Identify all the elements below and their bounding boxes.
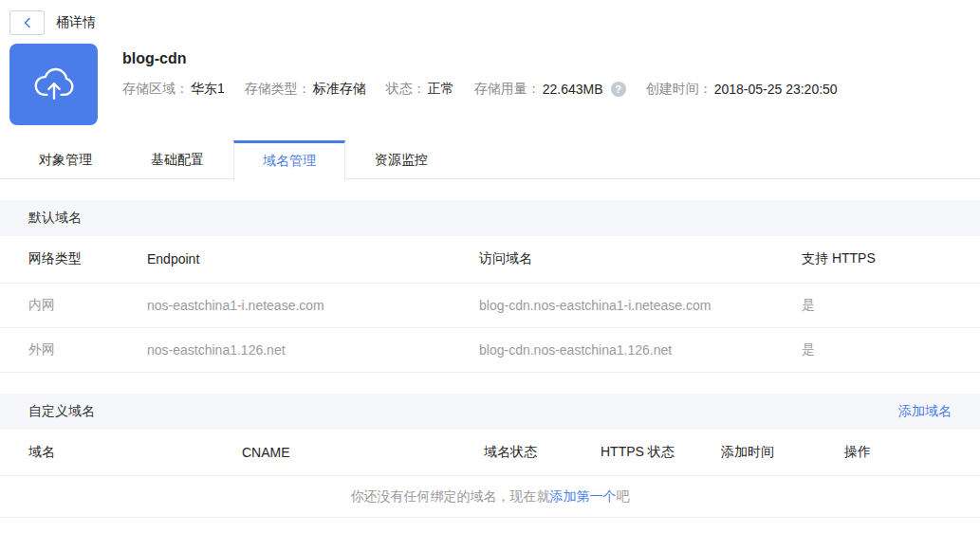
tab-domain-management[interactable]: 域名管理 (233, 140, 345, 180)
chevron-left-icon (22, 17, 33, 28)
add-first-domain-link[interactable]: 添加第一个 (550, 488, 617, 505)
page-title: 桶详情 (56, 14, 96, 31)
tab-resource-monitor[interactable]: 资源监控 (345, 140, 457, 179)
bucket-name: blog-cdn (122, 50, 858, 67)
bucket-meta: blog-cdn 存储区域： 华东1 存储类型： 标准存储 状态： 正常 存储用… (122, 44, 858, 125)
col-domain-status: 域名状态 (484, 430, 601, 476)
cell-network-type: 外网 (0, 327, 147, 372)
tab-object-management[interactable]: 对象管理 (9, 140, 121, 179)
col-endpoint: Endpoint (147, 236, 479, 283)
add-domain-button[interactable]: 添加域名 (898, 403, 952, 420)
col-domain: 域名 (0, 430, 242, 476)
cell-access-domain: blog-cdn.nos-eastchina1-i.netease.com (479, 283, 802, 327)
info-usage: 存储用量： 22.643MB ? (474, 81, 626, 98)
custom-domains-empty-state: 你还没有任何绑定的域名，现在就添加第一个吧 (0, 476, 980, 518)
info-storage-type: 存储类型： 标准存储 (245, 81, 366, 98)
cell-access-domain: blog-cdn.nos-eastchina1.126.net (479, 327, 802, 372)
col-add-time: 添加时间 (721, 430, 844, 476)
cloud-upload-icon (29, 59, 79, 111)
col-actions: 操作 (844, 430, 980, 476)
empty-state-text-prefix: 你还没有任何绑定的域名，现在就 (351, 488, 550, 505)
col-https-status: HTTPS 状态 (601, 430, 721, 476)
tab-bar: 对象管理 基础配置 域名管理 资源监控 (0, 140, 980, 179)
question-mark-icon[interactable]: ? (611, 82, 626, 97)
table-row: 内网 nos-eastchina1-i.netease.com blog-cdn… (0, 283, 980, 327)
info-created-time: 创建时间： 2018-05-25 23:20:50 (646, 81, 838, 98)
custom-domains-section-bar: 自定义域名 添加域名 (0, 394, 980, 430)
table-row: 外网 nos-eastchina1.126.net blog-cdn.nos-e… (0, 327, 980, 372)
default-domains-title: 默认域名 (28, 210, 82, 227)
cell-network-type: 内网 (0, 283, 147, 327)
custom-domains-title: 自定义域名 (28, 403, 95, 420)
default-domains-section-bar: 默认域名 (0, 200, 980, 236)
cell-endpoint: nos-eastchina1-i.netease.com (147, 283, 479, 327)
topbar: 桶详情 (0, 0, 980, 35)
back-button[interactable] (9, 10, 45, 35)
info-status: 状态： 正常 (386, 81, 454, 98)
empty-state-text-suffix: 吧 (617, 488, 630, 505)
cell-https-support: 是 (802, 327, 980, 372)
col-access-domain: 访问域名 (479, 236, 802, 283)
bucket-header: blog-cdn 存储区域： 华东1 存储类型： 标准存储 状态： 正常 存储用… (0, 35, 980, 125)
bucket-info-row: 存储区域： 华东1 存储类型： 标准存储 状态： 正常 存储用量： 22.643… (122, 81, 858, 98)
default-domains-table: 网络类型 Endpoint 访问域名 支持 HTTPS 内网 nos-eastc… (0, 236, 980, 373)
cell-https-support: 是 (802, 283, 980, 327)
col-network-type: 网络类型 (0, 236, 147, 283)
col-https-support: 支持 HTTPS (802, 236, 980, 283)
custom-domains-header-row: 域名 CNAME 域名状态 HTTPS 状态 添加时间 操作 (0, 430, 980, 476)
cell-endpoint: nos-eastchina1.126.net (147, 327, 479, 372)
bucket-avatar (9, 44, 98, 125)
default-domains-header-row: 网络类型 Endpoint 访问域名 支持 HTTPS (0, 236, 980, 283)
info-region: 存储区域： 华东1 (122, 81, 225, 98)
col-cname: CNAME (242, 430, 484, 476)
tab-basic-config[interactable]: 基础配置 (121, 140, 233, 179)
custom-domains-table: 域名 CNAME 域名状态 HTTPS 状态 添加时间 操作 (0, 430, 980, 477)
